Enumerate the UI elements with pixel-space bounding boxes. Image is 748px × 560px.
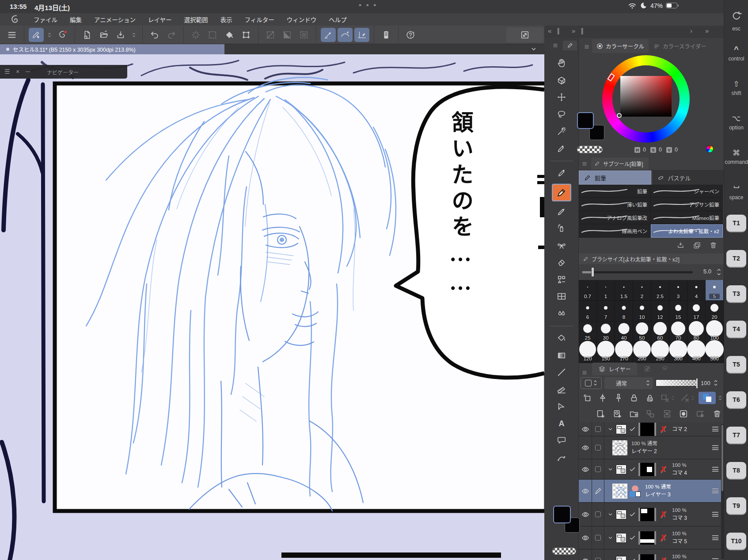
key-T4[interactable]: T4: [726, 321, 746, 337]
layer-drag-handle-icon[interactable]: [710, 466, 721, 473]
tool-airbrush[interactable]: [552, 221, 571, 236]
layer-mask-thumbnail[interactable]: [638, 531, 656, 545]
subtool-item[interactable]: デッサン鉛筆: [651, 198, 723, 211]
toolcol-pen-tab-icon[interactable]: [563, 41, 577, 50]
brush-size-3[interactable]: 3: [669, 280, 687, 301]
divider-handle2-icon[interactable]: ∥: [581, 27, 584, 35]
layer-color-toggle[interactable]: [699, 392, 716, 404]
brush-size-12[interactable]: 12: [651, 301, 669, 322]
tool-hand[interactable]: [552, 56, 571, 71]
layer-name[interactable]: コマ 2: [672, 425, 707, 433]
brush-size-1.5[interactable]: 1.5: [615, 280, 633, 301]
layer-name[interactable]: コマ 5: [672, 537, 707, 545]
sv-cursor[interactable]: [617, 113, 622, 118]
delete-subtool-icon[interactable]: [709, 241, 718, 250]
brush-size-1[interactable]: 1: [597, 280, 615, 301]
brush-size-6[interactable]: 6: [579, 301, 597, 322]
brush-size-2[interactable]: 2: [633, 280, 651, 301]
stepper-v-button[interactable]: [46, 28, 53, 42]
navigator-close-icon[interactable]: ×: [16, 68, 19, 75]
tool-polyline[interactable]: [552, 399, 571, 414]
alpha-lock-button[interactable]: [642, 391, 657, 405]
collapse-left-icon[interactable]: «: [548, 27, 551, 34]
expand-right-icon[interactable]: »: [572, 27, 575, 34]
layer-checkbox[interactable]: [595, 466, 601, 472]
tab-color-slider[interactable]: カラースライダー: [649, 39, 711, 53]
tool-line[interactable]: [552, 365, 571, 380]
mask-button[interactable]: [677, 407, 691, 420]
new-gear-layer-button[interactable]: [611, 407, 624, 420]
layer-drag-handle-icon[interactable]: [710, 488, 721, 495]
layer-row[interactable]: ✗100 % コマ 3: [579, 503, 721, 526]
layer-menu-icon[interactable]: [581, 370, 588, 375]
tool-balloon[interactable]: [552, 433, 571, 448]
layer-checkbox[interactable]: [595, 426, 601, 432]
tool-fill[interactable]: [552, 331, 571, 346]
subtool-item[interactable]: アナログ風鉛筆改: [579, 211, 651, 224]
key-T6[interactable]: T6: [726, 391, 746, 408]
layer-drag-handle-icon[interactable]: [710, 557, 721, 560]
key-T8[interactable]: T8: [726, 462, 746, 479]
subtool-tab-pastel[interactable]: パステル: [653, 170, 724, 185]
slider-track[interactable]: [582, 271, 693, 273]
import-subtool-icon[interactable]: [676, 241, 685, 250]
new-layer-button[interactable]: [594, 407, 608, 420]
brush-size-15[interactable]: 15: [669, 301, 687, 322]
pin-button[interactable]: [611, 391, 626, 405]
chevron-right-icon[interactable]: ›: [690, 27, 692, 34]
brush-size-25[interactable]: 25: [579, 322, 597, 342]
layer-mask-thumbnail[interactable]: [638, 463, 656, 476]
brush-size-2.5[interactable]: 2.5: [651, 280, 669, 301]
refresh-button[interactable]: [188, 28, 203, 42]
touch-pen-button[interactable]: [29, 28, 44, 42]
tool-eyedropper[interactable]: [552, 141, 571, 156]
save-button[interactable]: [113, 28, 128, 42]
clip-layer-button[interactable]: [580, 391, 595, 405]
brush-size-0.7[interactable]: 0.7: [579, 280, 597, 301]
subtool-item[interactable]: よわ太鉛筆・拡散・x2: [651, 224, 723, 238]
subtool-menu-icon[interactable]: [581, 161, 588, 166]
select-off-half-button[interactable]: [280, 28, 295, 42]
fullscreen-button[interactable]: [506, 27, 543, 42]
brush-size-70[interactable]: 70: [669, 322, 687, 342]
menu-item[interactable]: ファイル: [27, 13, 64, 26]
opacity-stepper-icon[interactable]: [713, 378, 718, 387]
color-panel-menu-icon[interactable]: [579, 44, 592, 53]
tool-auto-select[interactable]: [552, 124, 571, 139]
undo-button[interactable]: [147, 28, 162, 42]
transform-frame-button[interactable]: [239, 28, 254, 42]
modifier-option[interactable]: ⌥ option: [724, 114, 748, 131]
draft-layer-combo[interactable]: [678, 391, 697, 405]
layer-name[interactable]: レイヤー 3: [645, 491, 707, 499]
tool-pencil[interactable]: [552, 184, 571, 201]
layer-row[interactable]: ✗100 % コマ 4: [579, 459, 721, 480]
modifier-control[interactable]: ^ control: [724, 45, 748, 62]
duplicate-subtool-icon[interactable]: [693, 241, 701, 250]
menu-item[interactable]: 表示: [214, 13, 239, 26]
brush-size-20[interactable]: 20: [706, 301, 724, 322]
menu-item[interactable]: レイヤー: [142, 13, 178, 26]
tab-collapse-chevron-icon[interactable]: [530, 45, 537, 53]
merge-down-button[interactable]: [661, 407, 674, 420]
transparent-color-swatch[interactable]: [552, 548, 576, 555]
brush-size-250[interactable]: 250: [651, 342, 669, 363]
color-mode-disc-icon[interactable]: [706, 145, 714, 153]
layer-mask-thumbnail[interactable]: [638, 423, 656, 436]
key-T1[interactable]: T1: [726, 215, 746, 231]
navigator-window-titlebar[interactable]: ☰ × ─ ナビゲーター: [0, 65, 127, 79]
transfer-down-button[interactable]: [644, 407, 657, 420]
brush-size-5[interactable]: 5: [706, 280, 724, 301]
tool-correct-line[interactable]: [552, 450, 571, 465]
key-T10[interactable]: T10: [726, 533, 746, 549]
tool-text[interactable]: A: [552, 416, 571, 431]
layer-drag-handle-icon[interactable]: [710, 511, 721, 518]
menu-item[interactable]: アニメーション: [88, 13, 142, 26]
navigator-minimize-icon[interactable]: ─: [26, 68, 30, 75]
tool-frame-border[interactable]: [552, 289, 571, 304]
deselect-diamond-button[interactable]: [222, 28, 237, 42]
brush-size-10[interactable]: 10: [633, 301, 651, 322]
thumbnail-size-selector[interactable]: [581, 377, 602, 389]
modifier-esc[interactable]: esc: [724, 11, 748, 32]
csp-app-logo-icon[interactable]: [11, 15, 20, 24]
navigator-menu-icon[interactable]: ☰: [4, 68, 10, 75]
